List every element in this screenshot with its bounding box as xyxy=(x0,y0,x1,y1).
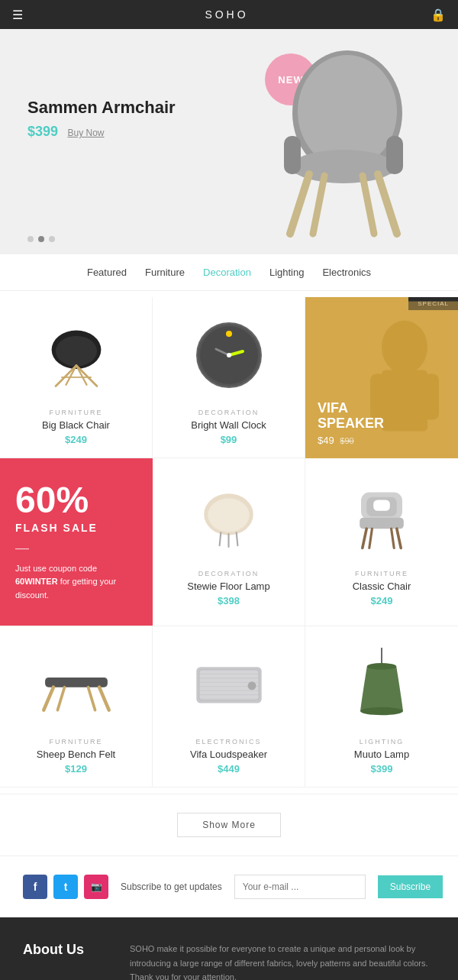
svg-rect-27 xyxy=(424,374,439,420)
flash-divider: — xyxy=(15,540,137,556)
footer: About Us SOHO make it possible for every… xyxy=(0,917,458,980)
product-category-label: DECORATION xyxy=(198,570,259,577)
instagram-button[interactable]: 📷 xyxy=(84,875,108,899)
hero-dots xyxy=(27,236,55,242)
dot-3[interactable] xyxy=(49,236,55,242)
email-input[interactable] xyxy=(234,875,366,899)
vifa-price: $49 $90 xyxy=(318,435,384,446)
hero-price: $399 xyxy=(27,124,58,139)
product-price: $398 xyxy=(218,595,240,606)
floor-lamp-svg xyxy=(196,478,261,555)
svg-line-39 xyxy=(369,529,373,548)
product-row-2: 60% FLASH SALE — Just use coupon code 60… xyxy=(0,458,458,626)
product-name: Stewie Floor Lamp xyxy=(187,581,269,592)
svg-rect-35 xyxy=(373,500,390,510)
hero-product-image xyxy=(237,44,412,243)
flash-percent: 60% xyxy=(15,482,137,519)
twitter-button[interactable]: t xyxy=(53,875,78,899)
svg-point-24 xyxy=(382,321,427,374)
product-bench[interactable]: FURNITURE Sheep Bench Felt $129 xyxy=(0,626,153,788)
subscribe-text: Subscribe to get updates xyxy=(121,881,222,892)
social-icons: f t 📷 xyxy=(23,875,108,899)
product-category-label: LIGHTING xyxy=(360,738,405,746)
product-row-1: FURNITURE Big Black Chair $249 DECO xyxy=(0,297,458,458)
svg-point-11 xyxy=(56,336,97,367)
product-image-wrap xyxy=(162,471,295,562)
product-category-label: DECORATION xyxy=(198,409,259,416)
footer-about-text: SOHO make it possible for everyone to cr… xyxy=(130,942,435,980)
svg-point-21 xyxy=(227,353,231,357)
vifa-promo-card[interactable]: SPECIAL VIFASPEAKER $49 $90 xyxy=(305,297,458,458)
svg-line-44 xyxy=(57,687,64,710)
product-name: Muuto Lamp xyxy=(354,749,409,760)
classic-chair-svg xyxy=(347,478,416,555)
cat-featured[interactable]: Featured xyxy=(87,267,127,278)
product-category-label: FURNITURE xyxy=(50,409,103,416)
svg-point-58 xyxy=(360,707,403,716)
subscribe-button[interactable]: Subscribe xyxy=(378,875,443,898)
vifa-title: VIFASPEAKER xyxy=(318,401,384,432)
dot-1[interactable] xyxy=(27,236,34,242)
product-loudspeaker[interactable]: ELECTRONICS Vifa Loudspeaker $449 xyxy=(153,626,305,788)
footer-about-title: About Us xyxy=(23,942,114,958)
category-nav: Featured Furniture Decoration Lighting E… xyxy=(0,254,458,291)
hero-title: Sammen Armchair xyxy=(27,98,176,118)
site-logo[interactable]: SOHO xyxy=(23,8,431,21)
clock-svg xyxy=(191,317,267,393)
product-row-3: FURNITURE Sheep Bench Felt $129 xyxy=(0,626,458,788)
product-image-wrap xyxy=(9,639,143,730)
product-image-wrap xyxy=(9,309,143,401)
product-price: $129 xyxy=(65,763,87,775)
product-wall-clock[interactable]: DECORATION Bright Wall Clock $99 xyxy=(153,297,305,458)
product-image-wrap xyxy=(314,639,449,730)
cat-decoration[interactable]: Decoration xyxy=(203,267,251,278)
black-chair-svg xyxy=(42,317,111,393)
loudspeaker-svg xyxy=(191,654,267,715)
svg-rect-25 xyxy=(382,370,427,432)
footer-about-text-col: SOHO make it possible for everyone to cr… xyxy=(130,942,435,980)
product-floor-lamp[interactable]: DECORATION Stewie Floor Lamp $398 xyxy=(153,458,305,626)
product-name: Bright Wall Clock xyxy=(191,419,266,431)
hero-buy-link[interactable]: Buy Now xyxy=(68,128,105,138)
show-more-button[interactable]: Show More xyxy=(177,813,281,837)
dot-2[interactable] xyxy=(38,236,44,242)
svg-line-30 xyxy=(220,532,221,545)
svg-line-9 xyxy=(363,176,374,234)
product-price: $399 xyxy=(371,763,393,775)
svg-line-6 xyxy=(290,174,309,234)
svg-rect-36 xyxy=(360,518,404,529)
product-name: Big Black Chair xyxy=(42,419,110,431)
svg-point-55 xyxy=(247,681,256,690)
cat-lighting[interactable]: Lighting xyxy=(269,267,305,278)
newsletter-section: f t 📷 Subscribe to get updates Subscribe xyxy=(0,855,458,917)
product-black-chair[interactable]: FURNITURE Big Black Chair $249 xyxy=(0,297,153,458)
footer-top: About Us SOHO make it possible for every… xyxy=(23,942,435,980)
product-name: Vifa Loudspeaker xyxy=(190,749,267,760)
hero-section: Sammen Armchair $399 Buy Now NEW xyxy=(0,29,458,254)
svg-line-40 xyxy=(392,529,395,548)
footer-about: About Us xyxy=(23,942,114,980)
flash-sale-card[interactable]: 60% FLASH SALE — Just use coupon code 60… xyxy=(0,458,153,626)
cat-furniture[interactable]: Furniture xyxy=(145,267,185,278)
svg-line-37 xyxy=(363,529,366,548)
svg-line-43 xyxy=(99,687,109,710)
svg-rect-41 xyxy=(45,678,108,687)
product-pendant-lamp[interactable]: LIGHTING Muuto Lamp $399 xyxy=(305,626,458,788)
cat-electronics[interactable]: Electronics xyxy=(322,267,371,278)
product-image-wrap xyxy=(162,639,295,730)
svg-point-22 xyxy=(226,331,232,337)
flash-text: Just use coupon code 60WINTER for gettin… xyxy=(15,562,137,603)
product-category-label: FURNITURE xyxy=(355,570,408,577)
products-section: FURNITURE Big Black Chair $249 DECO xyxy=(0,291,458,794)
flash-label: FLASH SALE xyxy=(15,522,137,534)
facebook-button[interactable]: f xyxy=(23,875,47,899)
svg-point-57 xyxy=(367,663,397,670)
menu-icon[interactable]: ☰ xyxy=(12,8,23,22)
hero-text: Sammen Armchair $399 Buy Now xyxy=(27,98,176,140)
product-classic-chair[interactable]: FURNITURE Classic Chair $249 xyxy=(305,458,458,626)
bench-svg xyxy=(38,650,114,719)
product-price: $99 xyxy=(221,434,237,445)
lock-icon[interactable]: 🔒 xyxy=(431,8,446,22)
product-price: $449 xyxy=(218,763,240,775)
svg-line-42 xyxy=(44,687,53,710)
